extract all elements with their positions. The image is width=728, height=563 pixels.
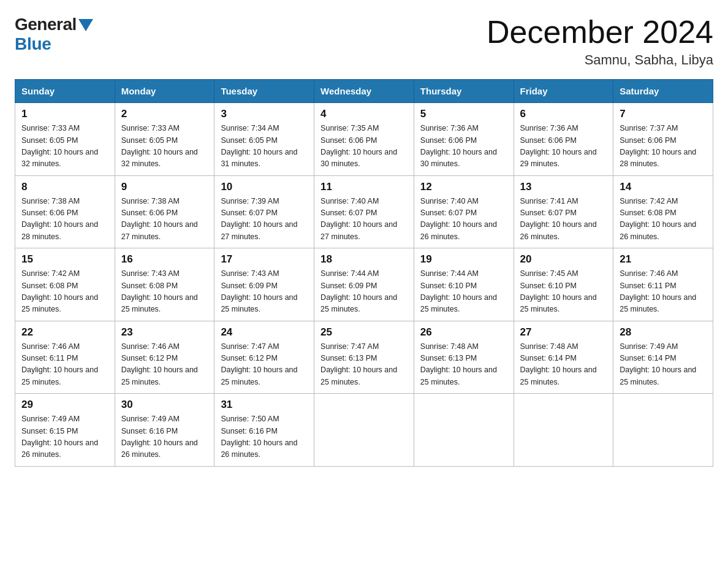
day-number: 4 [320,108,408,120]
logo-arrow-icon [78,19,93,31]
day-number: 29 [21,399,108,411]
calendar-cell [613,394,713,467]
day-info: Sunrise: 7:37 AM Sunset: 6:06 PM Dayligh… [620,123,707,170]
calendar-header-saturday: Saturday [613,80,713,103]
day-number: 23 [121,326,208,339]
logo-general-text: General [15,15,77,34]
calendar-cell: 21 Sunrise: 7:46 AM Sunset: 6:11 PM Dayl… [613,248,713,321]
calendar-cell: 7 Sunrise: 7:37 AM Sunset: 6:06 PM Dayli… [613,103,713,176]
calendar-week-row: 8 Sunrise: 7:38 AM Sunset: 6:06 PM Dayli… [15,175,713,248]
calendar-cell: 23 Sunrise: 7:46 AM Sunset: 6:12 PM Dayl… [115,321,214,394]
calendar-cell: 1 Sunrise: 7:33 AM Sunset: 6:05 PM Dayli… [15,103,115,176]
calendar-cell: 27 Sunrise: 7:48 AM Sunset: 6:14 PM Dayl… [514,321,613,394]
day-info: Sunrise: 7:38 AM Sunset: 6:06 PM Dayligh… [21,196,108,243]
day-number: 14 [620,181,707,193]
calendar-cell: 15 Sunrise: 7:42 AM Sunset: 6:08 PM Dayl… [15,248,115,321]
day-info: Sunrise: 7:49 AM Sunset: 6:14 PM Dayligh… [620,341,707,389]
day-number: 13 [520,181,607,193]
day-info: Sunrise: 7:39 AM Sunset: 6:07 PM Dayligh… [221,196,308,243]
day-number: 22 [21,326,108,339]
day-number: 5 [420,108,507,120]
calendar-week-row: 29 Sunrise: 7:49 AM Sunset: 6:15 PM Dayl… [15,394,713,467]
day-info: Sunrise: 7:46 AM Sunset: 6:11 PM Dayligh… [21,341,108,389]
day-info: Sunrise: 7:45 AM Sunset: 6:10 PM Dayligh… [520,268,607,316]
day-number: 7 [620,108,707,120]
calendar-cell: 10 Sunrise: 7:39 AM Sunset: 6:07 PM Dayl… [214,175,314,248]
location-subtitle: Samnu, Sabha, Libya [487,52,713,68]
day-info: Sunrise: 7:48 AM Sunset: 6:13 PM Dayligh… [420,341,507,389]
calendar-week-row: 15 Sunrise: 7:42 AM Sunset: 6:08 PM Dayl… [15,248,713,321]
day-info: Sunrise: 7:38 AM Sunset: 6:06 PM Dayligh… [121,196,208,243]
day-info: Sunrise: 7:42 AM Sunset: 6:08 PM Dayligh… [620,196,707,243]
calendar-cell: 6 Sunrise: 7:36 AM Sunset: 6:06 PM Dayli… [514,103,613,176]
page-header: General Blue December 2024 Samnu, Sabha,… [15,15,713,68]
calendar-cell: 31 Sunrise: 7:50 AM Sunset: 6:16 PM Dayl… [214,394,314,467]
day-number: 15 [21,253,108,266]
day-info: Sunrise: 7:36 AM Sunset: 6:06 PM Dayligh… [520,123,607,170]
day-number: 3 [221,108,308,120]
calendar-week-row: 22 Sunrise: 7:46 AM Sunset: 6:11 PM Dayl… [15,321,713,394]
calendar-cell: 2 Sunrise: 7:33 AM Sunset: 6:05 PM Dayli… [115,103,214,176]
day-number: 8 [21,181,108,193]
day-info: Sunrise: 7:47 AM Sunset: 6:12 PM Dayligh… [221,341,308,389]
calendar-cell [414,394,514,467]
calendar-cell: 28 Sunrise: 7:49 AM Sunset: 6:14 PM Dayl… [613,321,713,394]
calendar-cell: 9 Sunrise: 7:38 AM Sunset: 6:06 PM Dayli… [115,175,214,248]
day-info: Sunrise: 7:48 AM Sunset: 6:14 PM Dayligh… [520,341,607,389]
calendar-header-row: SundayMondayTuesdayWednesdayThursdayFrid… [15,80,713,103]
calendar-cell [514,394,613,467]
day-number: 25 [320,326,408,339]
calendar-cell: 16 Sunrise: 7:43 AM Sunset: 6:08 PM Dayl… [115,248,214,321]
calendar-table: SundayMondayTuesdayWednesdayThursdayFrid… [15,79,713,467]
logo-blue-text: Blue [15,34,51,53]
calendar-cell: 26 Sunrise: 7:48 AM Sunset: 6:13 PM Dayl… [414,321,514,394]
day-number: 16 [121,253,208,266]
calendar-cell: 25 Sunrise: 7:47 AM Sunset: 6:13 PM Dayl… [314,321,414,394]
day-number: 28 [620,326,707,339]
day-number: 11 [320,181,408,193]
day-number: 17 [221,253,308,266]
calendar-cell: 4 Sunrise: 7:35 AM Sunset: 6:06 PM Dayli… [314,103,414,176]
title-section: December 2024 Samnu, Sabha, Libya [487,15,713,68]
calendar-header-monday: Monday [115,80,214,103]
calendar-cell: 19 Sunrise: 7:44 AM Sunset: 6:10 PM Dayl… [414,248,514,321]
day-info: Sunrise: 7:46 AM Sunset: 6:11 PM Dayligh… [620,268,707,316]
day-number: 26 [420,326,507,339]
day-info: Sunrise: 7:42 AM Sunset: 6:08 PM Dayligh… [21,268,108,316]
day-info: Sunrise: 7:43 AM Sunset: 6:08 PM Dayligh… [121,268,208,316]
calendar-cell: 30 Sunrise: 7:49 AM Sunset: 6:16 PM Dayl… [115,394,214,467]
logo: General Blue [15,15,93,54]
calendar-header-wednesday: Wednesday [314,80,414,103]
calendar-cell: 5 Sunrise: 7:36 AM Sunset: 6:06 PM Dayli… [414,103,514,176]
day-info: Sunrise: 7:40 AM Sunset: 6:07 PM Dayligh… [420,196,507,243]
day-number: 1 [21,108,108,120]
day-number: 31 [221,399,308,411]
day-info: Sunrise: 7:40 AM Sunset: 6:07 PM Dayligh… [320,196,408,243]
calendar-header-tuesday: Tuesday [214,80,314,103]
day-number: 6 [520,108,607,120]
calendar-cell: 22 Sunrise: 7:46 AM Sunset: 6:11 PM Dayl… [15,321,115,394]
day-number: 27 [520,326,607,339]
calendar-cell: 24 Sunrise: 7:47 AM Sunset: 6:12 PM Dayl… [214,321,314,394]
day-number: 24 [221,326,308,339]
day-info: Sunrise: 7:34 AM Sunset: 6:05 PM Dayligh… [221,123,308,170]
day-info: Sunrise: 7:44 AM Sunset: 6:09 PM Dayligh… [320,268,408,316]
calendar-header-sunday: Sunday [15,80,115,103]
day-info: Sunrise: 7:50 AM Sunset: 6:16 PM Dayligh… [221,413,308,461]
calendar-cell: 14 Sunrise: 7:42 AM Sunset: 6:08 PM Dayl… [613,175,713,248]
day-number: 20 [520,253,607,266]
calendar-cell: 13 Sunrise: 7:41 AM Sunset: 6:07 PM Dayl… [514,175,613,248]
day-info: Sunrise: 7:44 AM Sunset: 6:10 PM Dayligh… [420,268,507,316]
day-number: 2 [121,108,208,120]
day-number: 19 [420,253,507,266]
day-info: Sunrise: 7:49 AM Sunset: 6:16 PM Dayligh… [121,413,208,461]
month-title: December 2024 [487,15,713,50]
calendar-header-friday: Friday [514,80,613,103]
day-info: Sunrise: 7:46 AM Sunset: 6:12 PM Dayligh… [121,341,208,389]
calendar-cell [314,394,414,467]
calendar-cell: 18 Sunrise: 7:44 AM Sunset: 6:09 PM Dayl… [314,248,414,321]
day-number: 9 [121,181,208,193]
calendar-cell: 3 Sunrise: 7:34 AM Sunset: 6:05 PM Dayli… [214,103,314,176]
day-number: 21 [620,253,707,266]
calendar-header-thursday: Thursday [414,80,514,103]
